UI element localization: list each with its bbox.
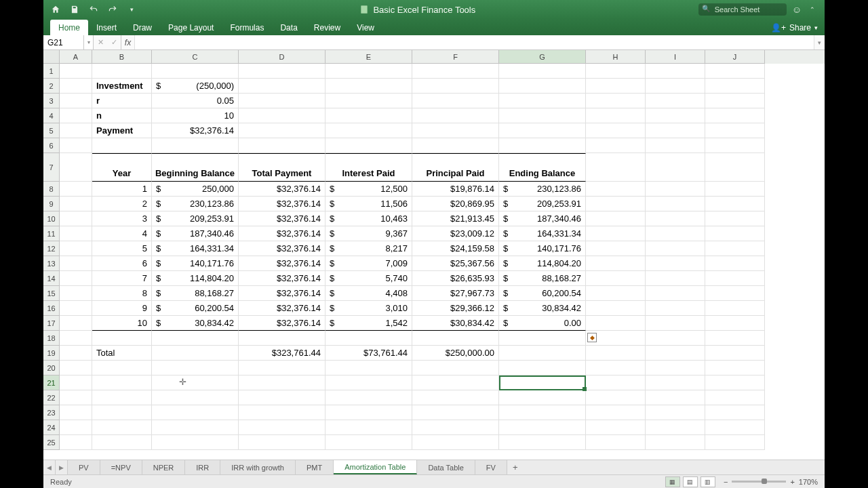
column-header[interactable]: F <box>412 50 499 64</box>
cell[interactable] <box>646 211 705 226</box>
row-header[interactable]: 23 <box>43 405 60 420</box>
cell[interactable] <box>239 108 326 123</box>
cell[interactable] <box>60 316 92 331</box>
cell[interactable] <box>586 316 646 331</box>
cell[interactable] <box>586 361 646 375</box>
row-header[interactable]: 5 <box>43 123 60 138</box>
spreadsheet-grid[interactable]: ABCDEFGHIJ 12345678910111213141516171819… <box>43 50 825 460</box>
cell[interactable] <box>646 390 705 405</box>
cell[interactable]: n <box>92 108 152 123</box>
cell[interactable] <box>412 331 499 346</box>
cell[interactable]: 9 <box>92 301 152 316</box>
column-header[interactable]: G <box>499 50 586 64</box>
cell[interactable]: $32,376.14 <box>239 197 326 211</box>
cell[interactable] <box>705 256 765 271</box>
cell[interactable] <box>92 435 152 450</box>
cell[interactable] <box>152 138 239 153</box>
redo-icon[interactable] <box>107 4 118 15</box>
cell[interactable] <box>705 271 765 286</box>
cell[interactable] <box>499 346 586 361</box>
sheet-tab[interactable]: Amortization Table <box>334 460 417 474</box>
cell[interactable] <box>705 301 765 316</box>
cell[interactable]: $140,171.76 <box>152 256 239 271</box>
cell[interactable] <box>239 138 326 153</box>
cell[interactable] <box>239 435 326 450</box>
cell[interactable] <box>499 435 586 450</box>
cell[interactable]: $32,376.14 <box>152 123 239 138</box>
cell[interactable] <box>326 420 412 435</box>
cell[interactable] <box>60 420 92 435</box>
cell[interactable]: 1 <box>92 182 152 197</box>
cell[interactable] <box>646 108 705 123</box>
cell[interactable] <box>646 435 705 450</box>
cell[interactable] <box>705 64 765 79</box>
cell[interactable] <box>239 420 326 435</box>
cell[interactable]: $73,761.44 <box>326 346 412 361</box>
cell[interactable]: $11,506 <box>326 197 412 211</box>
cell[interactable] <box>586 197 646 211</box>
cell[interactable]: $114,804.20 <box>152 271 239 286</box>
cell[interactable] <box>705 346 765 361</box>
column-header[interactable]: C <box>152 50 239 64</box>
cell[interactable]: Beginning Balance <box>152 153 239 182</box>
cell[interactable] <box>646 301 705 316</box>
cell[interactable] <box>326 361 412 375</box>
cell[interactable] <box>60 211 92 226</box>
cell[interactable] <box>705 390 765 405</box>
cell[interactable] <box>646 256 705 271</box>
cell[interactable]: $32,376.14 <box>239 316 326 331</box>
cell[interactable] <box>239 64 326 79</box>
cell[interactable] <box>60 226 92 241</box>
cell[interactable] <box>705 94 765 108</box>
cell[interactable] <box>705 241 765 256</box>
cell[interactable] <box>586 420 646 435</box>
row-header[interactable]: 3 <box>43 94 60 108</box>
smart-tag-icon[interactable]: ◆ <box>587 333 597 342</box>
ribbon-tab-data[interactable]: Data <box>272 20 305 35</box>
cell[interactable]: $60,200.54 <box>152 301 239 316</box>
cell[interactable]: $32,376.14 <box>239 271 326 286</box>
cell[interactable] <box>586 390 646 405</box>
cell[interactable]: 5 <box>92 241 152 256</box>
cell[interactable]: 7 <box>92 271 152 286</box>
formula-expand-icon[interactable]: ▾ <box>814 35 825 49</box>
cell[interactable] <box>326 375 412 390</box>
cell[interactable] <box>152 420 239 435</box>
zoom-out-icon[interactable]: − <box>724 478 728 486</box>
cell[interactable] <box>646 316 705 331</box>
cell[interactable] <box>586 211 646 226</box>
cell[interactable]: Investment <box>92 79 152 94</box>
cell[interactable]: 10 <box>92 316 152 331</box>
cell[interactable] <box>646 331 705 346</box>
zoom-value[interactable]: 170% <box>799 478 818 486</box>
cell[interactable] <box>586 138 646 153</box>
cell[interactable] <box>60 64 92 79</box>
cell[interactable] <box>646 405 705 420</box>
sheet-nav-next-icon[interactable]: ▶ <box>56 460 68 474</box>
cell[interactable] <box>705 153 765 182</box>
cell[interactable]: $23,009.12 <box>412 226 499 241</box>
row-header[interactable]: 2 <box>43 79 60 94</box>
row-header[interactable]: 1 <box>43 64 60 79</box>
cell[interactable] <box>705 123 765 138</box>
cell[interactable]: $32,376.14 <box>239 256 326 271</box>
cell[interactable]: $24,159.58 <box>412 241 499 256</box>
cell[interactable]: 0.05 <box>152 94 239 108</box>
home-icon[interactable] <box>50 4 61 15</box>
cell[interactable] <box>646 286 705 301</box>
cell[interactable] <box>239 331 326 346</box>
cell[interactable]: 3 <box>92 211 152 226</box>
cell[interactable]: $8,217 <box>326 241 412 256</box>
cell[interactable] <box>499 361 586 375</box>
ribbon-tab-formulas[interactable]: Formulas <box>222 20 272 35</box>
zoom-in-icon[interactable]: + <box>790 478 794 486</box>
cell[interactable] <box>92 138 152 153</box>
cell[interactable] <box>646 346 705 361</box>
cell[interactable] <box>152 405 239 420</box>
cell[interactable] <box>326 405 412 420</box>
row-header[interactable]: 17 <box>43 316 60 331</box>
cell[interactable]: $30,834.42 <box>152 316 239 331</box>
cell[interactable] <box>705 226 765 241</box>
cell[interactable] <box>705 375 765 390</box>
cell[interactable] <box>499 420 586 435</box>
